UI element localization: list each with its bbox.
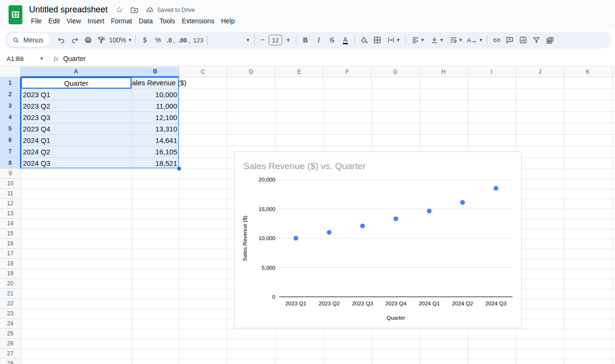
scatter-point-2024-Q2[interactable]	[460, 200, 465, 205]
column-header-C[interactable]: C	[179, 67, 227, 77]
row-header-16[interactable]: 16	[0, 239, 21, 249]
format-currency-button[interactable]: $	[138, 33, 151, 47]
menu-insert[interactable]: Insert	[84, 16, 108, 26]
number-format-button[interactable]: 123	[192, 33, 205, 47]
text-color-button[interactable]: A	[339, 33, 352, 47]
row-header-7[interactable]: 7	[0, 146, 21, 157]
row-header-12[interactable]: 12	[0, 199, 21, 209]
column-header-F[interactable]: F	[323, 67, 372, 77]
cloud-saved-icon	[146, 6, 154, 14]
column-header-J[interactable]: J	[516, 67, 564, 77]
row-header-22[interactable]: 22	[0, 299, 21, 309]
x-tick-label: 2024 Q3	[485, 301, 506, 306]
menus-search-button[interactable]: Menus	[8, 33, 50, 47]
print-button[interactable]	[81, 33, 95, 47]
insert-chart-button[interactable]	[516, 33, 530, 47]
row-header-9[interactable]: 9	[0, 169, 21, 179]
insert-link-button[interactable]	[490, 33, 503, 47]
menu-edit[interactable]: Edit	[45, 16, 63, 26]
scatter-point-2023-Q3[interactable]	[360, 223, 365, 228]
menu-view[interactable]: View	[63, 16, 84, 26]
row-header-24[interactable]: 24	[0, 319, 21, 329]
column-header-E[interactable]: E	[275, 67, 323, 77]
decrease-font-size-button[interactable]: −	[257, 33, 268, 47]
row-header-28[interactable]: 28	[0, 359, 21, 364]
scatter-point-2023-Q1[interactable]	[293, 236, 298, 241]
selection-fill-handle[interactable]	[177, 167, 181, 171]
zoom-select[interactable]: 100% ▼	[108, 33, 133, 47]
menu-extensions[interactable]: Extensions	[178, 16, 217, 26]
row-header-27[interactable]: 27	[0, 349, 21, 359]
scatter-point-2024-Q3[interactable]	[494, 186, 498, 191]
sheets-logo-icon[interactable]	[9, 5, 22, 24]
font-size-input[interactable]: 12	[269, 35, 282, 45]
format-percent-button[interactable]: %	[151, 33, 165, 47]
grid-corner-select-all[interactable]	[0, 67, 21, 77]
document-title[interactable]: Untitled spreadsheet	[29, 5, 108, 15]
vertical-align-button[interactable]: ▼	[427, 33, 446, 47]
column-header-K[interactable]: K	[564, 67, 612, 77]
undo-button[interactable]	[55, 33, 68, 47]
row-header-13[interactable]: 13	[0, 209, 21, 219]
insert-comment-button[interactable]	[503, 33, 516, 47]
row-header-18[interactable]: 18	[0, 259, 21, 269]
functions-button[interactable]	[543, 33, 556, 47]
row-header-14[interactable]: 14	[0, 219, 21, 229]
row-header-25[interactable]: 25	[0, 329, 21, 339]
menu-help[interactable]: Help	[218, 16, 238, 26]
column-header-A[interactable]: A	[21, 67, 131, 77]
scatter-point-2023-Q4[interactable]	[393, 216, 398, 221]
fill-color-button[interactable]	[357, 33, 371, 47]
borders-button[interactable]	[371, 33, 384, 47]
text-rotation-button[interactable]: A ▼	[465, 33, 484, 47]
move-folder-icon[interactable]	[130, 6, 139, 14]
merge-cells-button[interactable]: ▼	[384, 33, 403, 47]
row-header-26[interactable]: 26	[0, 339, 21, 349]
bold-button[interactable]: B	[299, 33, 312, 47]
column-header-H[interactable]: H	[420, 67, 468, 77]
strikethrough-button[interactable]: S	[325, 33, 339, 47]
row-header-19[interactable]: 19	[0, 269, 21, 279]
row-header-2[interactable]: 2	[0, 89, 21, 100]
italic-button[interactable]: I	[312, 33, 325, 47]
column-header-G[interactable]: G	[372, 67, 420, 77]
increase-font-size-button[interactable]: +	[283, 33, 293, 47]
row-header-10[interactable]: 10	[0, 179, 21, 189]
chevron-down-icon: ▼	[479, 38, 483, 42]
row-header-8[interactable]: 8	[0, 157, 21, 169]
menu-format[interactable]: Format	[108, 16, 135, 26]
formula-input[interactable]: Quarter	[63, 55, 85, 62]
saved-status[interactable]: Saved to Drive	[146, 6, 195, 14]
horizontal-align-button[interactable]: ▼	[408, 33, 427, 47]
row-header-1[interactable]: 1	[0, 77, 21, 89]
row-header-4[interactable]: 4	[0, 111, 21, 123]
row-header-11[interactable]: 11	[0, 189, 21, 199]
create-filter-button[interactable]	[530, 33, 543, 47]
row-header-3[interactable]: 3	[0, 100, 21, 111]
row-header-21[interactable]: 21	[0, 289, 21, 299]
paint-format-button[interactable]	[95, 33, 108, 47]
embedded-chart[interactable]: Sales Revenue ($) vs. Quarter 05,00010,0…	[234, 152, 522, 328]
menu-tools[interactable]: Tools	[156, 16, 179, 26]
row-header-6[interactable]: 6	[0, 134, 21, 146]
column-header-partial[interactable]	[612, 67, 615, 77]
row-header-5[interactable]: 5	[0, 123, 21, 134]
row-header-17[interactable]: 17	[0, 249, 21, 259]
column-header-B[interactable]: B	[131, 67, 179, 77]
menu-data[interactable]: Data	[135, 16, 156, 26]
column-header-I[interactable]: I	[468, 67, 516, 77]
menu-file[interactable]: File	[28, 16, 45, 26]
row-header-15[interactable]: 15	[0, 229, 21, 239]
star-icon[interactable]: ☆	[116, 5, 123, 15]
decrease-decimal-button[interactable]: .0←	[165, 33, 178, 47]
font-family-select[interactable]: ▼	[210, 33, 252, 47]
column-header-D[interactable]: D	[227, 67, 275, 77]
row-header-23[interactable]: 23	[0, 309, 21, 319]
scatter-point-2024-Q1[interactable]	[427, 209, 432, 213]
row-header-20[interactable]: 20	[0, 279, 21, 289]
increase-decimal-button[interactable]: .00→	[178, 33, 192, 47]
name-box[interactable]: A1:B8 ▼	[0, 55, 48, 62]
text-wrap-button[interactable]: ▼	[446, 33, 465, 47]
scatter-point-2023-Q2[interactable]	[327, 230, 332, 235]
redo-button[interactable]	[68, 33, 81, 47]
